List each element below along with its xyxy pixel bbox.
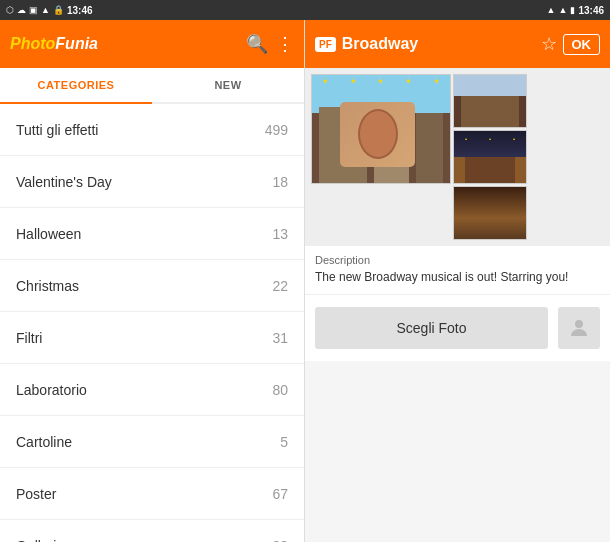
status-bar: ⬡ ☁ ▣ ▲ 🔒 13:46 ▲ ▲ ▮ 13:46 <box>0 0 610 20</box>
category-item[interactable]: Poster 67 <box>0 468 304 520</box>
svg-point-0 <box>575 320 583 328</box>
time-left: 13:46 <box>67 5 93 16</box>
scegli-foto-button[interactable]: Scegli Foto <box>315 307 548 349</box>
photo-icon: ▣ <box>29 5 38 15</box>
tab-categories[interactable]: CATEGORIES <box>0 68 152 104</box>
ok-button[interactable]: OK <box>563 34 601 55</box>
pf-logo: PF <box>315 37 336 52</box>
right-panel: PF Broadway ☆ OK <box>305 20 610 542</box>
description-area: Description The new Broadway musical is … <box>305 246 610 295</box>
description-label: Description <box>315 254 600 266</box>
category-item[interactable]: Laboratorio 80 <box>0 364 304 416</box>
category-item[interactable]: Gallerie 28 <box>0 520 304 542</box>
signal-right-icon: ▲ <box>559 5 568 15</box>
category-item[interactable]: Christmas 22 <box>0 260 304 312</box>
status-bar-left: ⬡ ☁ ▣ ▲ 🔒 13:46 <box>0 0 305 20</box>
lock-icon: 🔒 <box>53 5 64 15</box>
category-item[interactable]: Tutti gli effetti 499 <box>0 104 304 156</box>
right-appbar: PF Broadway ☆ OK <box>305 20 610 68</box>
left-appbar: PhotoFunia 🔍 ⋮ <box>0 20 304 68</box>
category-item[interactable]: Filtri 31 <box>0 312 304 364</box>
time-right: 13:46 <box>578 5 604 16</box>
photo-avatar-placeholder <box>558 307 600 349</box>
effect-image-bottom-right[interactable] <box>453 186 527 240</box>
dropbox-icon: ⬡ <box>6 5 14 15</box>
left-panel: PhotoFunia 🔍 ⋮ CATEGORIES NEW Tutti gli … <box>0 20 305 542</box>
category-item[interactable]: Halloween 13 <box>0 208 304 260</box>
effect-images-col: • • • <box>453 74 527 240</box>
effect-image-main[interactable]: ✦ ✦ ✦ ✦ ✦ <box>311 74 451 184</box>
category-item[interactable]: Cartoline 5 <box>0 416 304 468</box>
wifi-icon: ▲ <box>547 5 556 15</box>
app-logo: PhotoFunia <box>10 35 98 53</box>
category-list: Tutti gli effetti 499 Valentine's Day 18… <box>0 104 304 542</box>
tab-new[interactable]: NEW <box>152 68 304 102</box>
search-icon[interactable]: 🔍 <box>246 33 268 55</box>
effect-title: Broadway <box>342 35 535 53</box>
photo-area: Scegli Foto <box>305 295 610 361</box>
effect-image-middle-right[interactable]: • • • <box>453 130 527 184</box>
category-item[interactable]: Valentine's Day 18 <box>0 156 304 208</box>
effect-image-top-right[interactable] <box>453 74 527 128</box>
main-content: PhotoFunia 🔍 ⋮ CATEGORIES NEW Tutti gli … <box>0 20 610 542</box>
battery-icon: ▮ <box>570 5 575 15</box>
cloud-icon: ☁ <box>17 5 26 15</box>
effect-images: ✦ ✦ ✦ ✦ ✦ <box>305 68 610 246</box>
status-bar-right: ▲ ▲ ▮ 13:46 <box>305 0 610 20</box>
more-icon[interactable]: ⋮ <box>276 33 294 55</box>
tabs-bar: CATEGORIES NEW <box>0 68 304 104</box>
star-icon[interactable]: ☆ <box>541 33 557 55</box>
signal-icon: ▲ <box>41 5 50 15</box>
description-text: The new Broadway musical is out! Starrin… <box>315 269 600 286</box>
